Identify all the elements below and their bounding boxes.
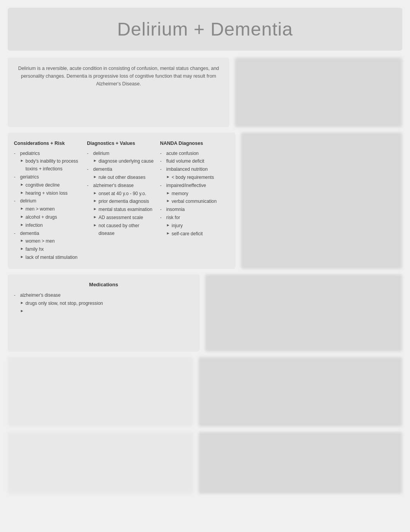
sub-item: ► family hx <box>20 246 83 253</box>
nanda-col: NANDA Diagnoses - acute confusion - flui… <box>160 139 229 262</box>
sub-list: ► women > men ► family hx ► lack of ment… <box>14 238 83 261</box>
description-text: Delirium is a reversible, acute conditio… <box>16 65 221 88</box>
sub-label: prior dementia diagnosis <box>98 198 149 206</box>
sub-label: hearing + vision loss <box>25 190 68 197</box>
sub-item: ► drugs only slow, not stop, progression <box>20 300 193 308</box>
item-label: fluid volume deficit <box>166 158 204 165</box>
sub-label: body's inability to process toxins + inf… <box>25 158 83 173</box>
sub-label: verbal communication <box>171 198 217 206</box>
main-content-row: Considerations + Risk - pediatrics ► bod… <box>8 133 402 269</box>
arrow-icon: ► <box>20 158 24 164</box>
arrow-icon: ► <box>93 190 97 197</box>
list-item: - alzheimer's disease <box>87 182 156 190</box>
medications-title: Medications <box>14 280 193 289</box>
item-label: insomnia <box>166 206 185 214</box>
sub-item: ► prior dementia diagnosis <box>93 198 156 206</box>
item-label: impaired/ineffective <box>166 182 206 190</box>
sub-item: ► lack of mental stimulation <box>20 254 83 262</box>
sub-label: cognitive decline <box>25 182 60 189</box>
arrow-icon: ► <box>20 300 24 306</box>
extra-row-1 <box>8 357 402 427</box>
arrow-icon: ► <box>20 238 24 244</box>
sub-label <box>25 308 27 316</box>
arrow-icon: ► <box>166 230 170 237</box>
dash-icon: - <box>87 150 91 158</box>
nanda-title: NANDA Diagnoses <box>160 139 229 148</box>
sub-list: ► < body requirements <box>160 174 229 182</box>
medications-box: Medications - alzheimer's disease ► drug… <box>8 274 200 352</box>
list-item: - dementia <box>87 166 156 173</box>
arrow-icon: ► <box>93 214 97 221</box>
item-label: delirium <box>93 150 109 158</box>
arrow-icon: ► <box>20 214 24 220</box>
sub-label: injury <box>171 222 183 230</box>
sub-list: ► cognitive decline ► hearing + vision l… <box>14 182 83 197</box>
blurred-panel-main-right <box>241 133 402 269</box>
item-label: risk for <box>166 214 180 222</box>
dash-icon: - <box>160 166 164 173</box>
sub-label: memory <box>171 190 188 198</box>
last-row <box>8 432 402 494</box>
dash-icon: - <box>14 292 18 299</box>
extra-left-1 <box>8 357 193 427</box>
item-label: delirium <box>20 197 36 205</box>
sub-label: men > women <box>25 206 55 213</box>
blurred-panel-top-right <box>235 58 402 127</box>
list-item: - delirium <box>87 150 156 158</box>
sub-label: onset at 40 y.o - 90 y.o. <box>98 190 146 198</box>
sub-item: ► AD assessment scale <box>93 214 156 222</box>
item-label: geriatrics <box>20 173 39 181</box>
sub-label: women > men <box>25 238 55 245</box>
arrow-icon: ► <box>166 190 170 197</box>
sub-item: ► self-care deficit <box>166 230 229 238</box>
last-left <box>8 432 193 494</box>
diagnostics-title: Diagnostics + Values <box>87 139 156 148</box>
arrow-icon: ► <box>20 246 24 252</box>
sub-list: ► memory ► verbal communication <box>160 190 229 206</box>
dash-icon: - <box>87 166 91 173</box>
arrow-icon: ► <box>20 190 24 196</box>
dash-icon: - <box>14 230 18 238</box>
sub-label: infection <box>25 222 43 229</box>
item-label: dementia <box>93 166 112 173</box>
item-label: dementia <box>20 230 39 238</box>
sub-label: drugs only slow, not stop, progression <box>25 300 103 308</box>
sub-label: AD assessment scale <box>98 214 143 222</box>
sub-item: ► diagnose underlying cause <box>93 158 156 165</box>
sub-item: ► injury <box>166 222 229 230</box>
item-label: alzheimer's disease <box>93 182 134 190</box>
list-item: - impaired/ineffective <box>160 182 229 190</box>
sub-item: ► rule out other diseases <box>93 174 156 182</box>
list-item: - risk for <box>160 214 229 222</box>
sub-item: ► alcohol + drugs <box>20 214 83 221</box>
sub-list: ► onset at 40 y.o - 90 y.o. ► prior deme… <box>87 190 156 238</box>
sub-label: diagnose underlying cause <box>98 158 154 165</box>
row1: Delirium is a reversible, acute conditio… <box>8 58 402 127</box>
sub-list: ► drugs only slow, not stop, progression… <box>14 300 193 316</box>
sub-item: ► men > women <box>20 206 83 213</box>
list-item: - imbalanced nutrition <box>160 166 229 173</box>
arrow-icon: ► <box>93 158 97 164</box>
arrow-icon: ► <box>20 182 24 188</box>
dash-icon: - <box>160 182 164 190</box>
sub-label: self-care deficit <box>171 230 203 238</box>
blurred-panel-bottom-right <box>205 274 402 352</box>
dash-icon: - <box>14 150 18 158</box>
dash-icon: - <box>14 173 18 181</box>
description-box: Delirium is a reversible, acute conditio… <box>8 58 229 127</box>
arrow-icon: ► <box>20 254 24 260</box>
arrow-icon: ► <box>93 206 97 212</box>
bottom-row: Medications - alzheimer's disease ► drug… <box>8 274 402 352</box>
sub-label: mental status examination <box>98 206 152 214</box>
last-right <box>198 432 402 494</box>
sub-item: ► <box>20 308 193 316</box>
sub-item: ► not caused by other disease <box>93 222 156 238</box>
item-label: acute confusion <box>166 150 198 158</box>
dash-icon: - <box>87 182 91 190</box>
list-item: - delirium <box>14 197 83 205</box>
sub-item: ► verbal communication <box>166 198 229 206</box>
header-section: Delirium + Dementia <box>8 8 402 51</box>
dash-icon: - <box>14 197 18 205</box>
arrow-icon: ► <box>166 174 170 180</box>
sub-label: not caused by other disease <box>98 222 156 238</box>
